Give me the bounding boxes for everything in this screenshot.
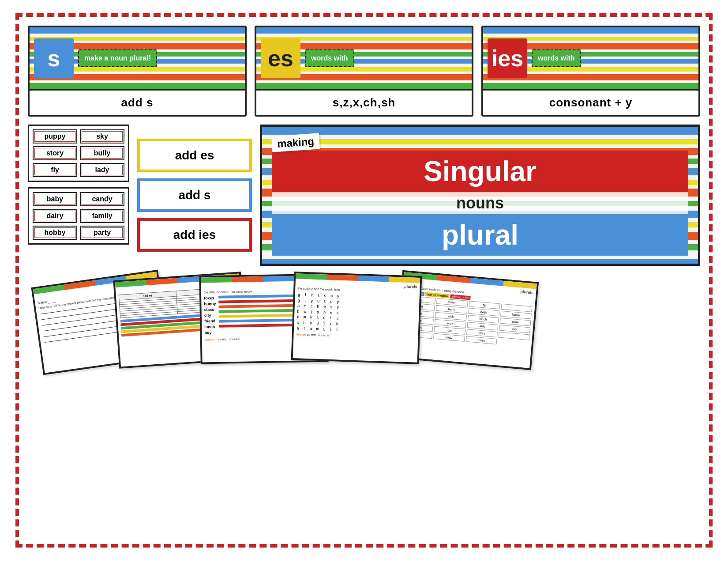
- ws-content-4: plurals the code to find the words belo …: [293, 279, 420, 342]
- top-rule-cards: s make a noun plural! add s es words wit…: [28, 26, 700, 117]
- list-item: foxes: [204, 296, 216, 300]
- main-plural-card: making Singular nouns plural: [260, 125, 700, 266]
- list-item: class: [204, 307, 216, 312]
- outer-container: s make a noun plural! add s es words wit…: [15, 13, 713, 548]
- rule-tag-ies: words with: [532, 49, 581, 68]
- card-header-es: es words with: [256, 27, 472, 89]
- word-card: candy: [80, 192, 124, 206]
- card-header-s: s make a noun plural!: [30, 27, 245, 89]
- rule-label-s: add s: [30, 89, 245, 115]
- making-label: making: [271, 133, 320, 152]
- ws-title-5: plurals: [520, 289, 533, 295]
- word-card: dairy: [33, 209, 77, 223]
- list-item: boy: [204, 330, 216, 335]
- singular-label: Singular: [272, 151, 688, 192]
- word-card: story: [33, 146, 77, 160]
- rule-card-ies: ies words with consonant + y: [481, 26, 700, 117]
- plural-content: making Singular nouns plural: [262, 127, 698, 264]
- worksheet-4: plurals the code to find the words belo …: [291, 272, 422, 364]
- letter-badge-es: es: [261, 38, 300, 78]
- rule-label-ies: consonant + y: [483, 89, 698, 115]
- list-item: bunny: [204, 302, 216, 306]
- word-card: puppy: [33, 129, 77, 144]
- card-header-ies: ies words with: [483, 27, 698, 89]
- add-ies-box: add ies: [137, 218, 252, 252]
- letter-badge-s: s: [34, 38, 74, 78]
- word-grid-box-1: puppy sky story bully fly lady: [28, 125, 129, 182]
- rule-tag-s: make a noun plural!: [78, 49, 157, 68]
- plural-label: plural: [272, 214, 688, 256]
- worksheets-row: plurals Name ____ Directions: Write the …: [28, 274, 700, 371]
- word-grid-box-2: baby candy dairy family hobby party: [28, 187, 129, 245]
- letter-badge-ies: ies: [488, 38, 527, 78]
- nouns-label: nouns: [272, 192, 688, 214]
- word-grid-section: puppy sky story bully fly lady baby cand…: [28, 125, 129, 266]
- rule-card-es: es words with s,z,x,ch,sh: [255, 26, 473, 117]
- rule-card-s: s make a noun plural! add s: [28, 26, 247, 117]
- list-item: friend: [204, 319, 216, 323]
- word-card: family: [80, 209, 124, 223]
- word-card: fly: [33, 163, 77, 177]
- word-card: bully: [80, 146, 124, 160]
- word-grid-2: baby candy dairy family hobby party: [33, 192, 124, 240]
- add-es-box: add es: [137, 139, 252, 172]
- rule-tag-es: words with: [305, 49, 354, 68]
- word-card: sky: [80, 129, 124, 144]
- word-card: hobby: [33, 226, 77, 240]
- add-rules-col: add es add s add ies: [137, 125, 252, 266]
- word-card: baby: [33, 192, 77, 206]
- word-grid-1: puppy sky story bully fly lady: [33, 129, 124, 177]
- word-card: party: [80, 226, 124, 240]
- word-card: lady: [80, 163, 124, 177]
- add-s-box: add s: [137, 178, 252, 212]
- rule-label-es: s,z,x,ch,sh: [256, 89, 472, 115]
- middle-row: puppy sky story bully fly lady baby cand…: [28, 125, 700, 266]
- list-item: city: [204, 313, 216, 317]
- list-item: lunch: [204, 325, 216, 329]
